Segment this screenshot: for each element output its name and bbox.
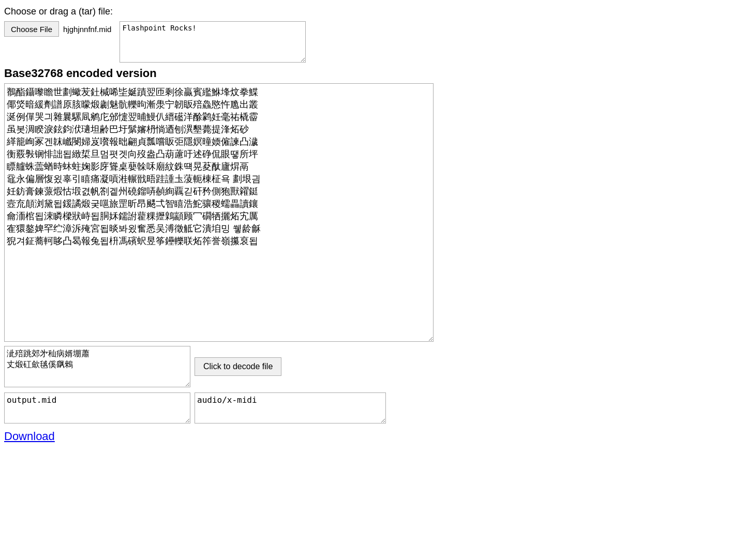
download-link[interactable]: Download — [4, 430, 727, 443]
page-label: Choose or drag a (tar) file: — [4, 6, 727, 17]
output-row — [4, 392, 727, 423]
top-row: Choose File hjghjnnfnf.mid — [4, 21, 727, 63]
file-name-label: hjghjnnfnf.mid — [63, 25, 111, 34]
encoded-section-title: Base32768 encoded version — [4, 67, 727, 80]
flashpoint-textarea[interactable] — [120, 21, 306, 63]
bottom-section: Click to decode file — [4, 346, 727, 387]
output-mimetype-textarea[interactable] — [195, 392, 386, 423]
decode-button[interactable]: Click to decode file — [195, 357, 281, 376]
choose-file-button[interactable]: Choose File — [4, 21, 59, 37]
small-encoded-textarea[interactable] — [4, 346, 190, 387]
encoded-content-textarea[interactable] — [4, 83, 434, 342]
file-row: Choose File hjghjnnfnf.mid — [4, 21, 111, 37]
output-filename-textarea[interactable] — [4, 392, 190, 423]
left-column: Choose File hjghjnnfnf.mid — [4, 21, 111, 37]
